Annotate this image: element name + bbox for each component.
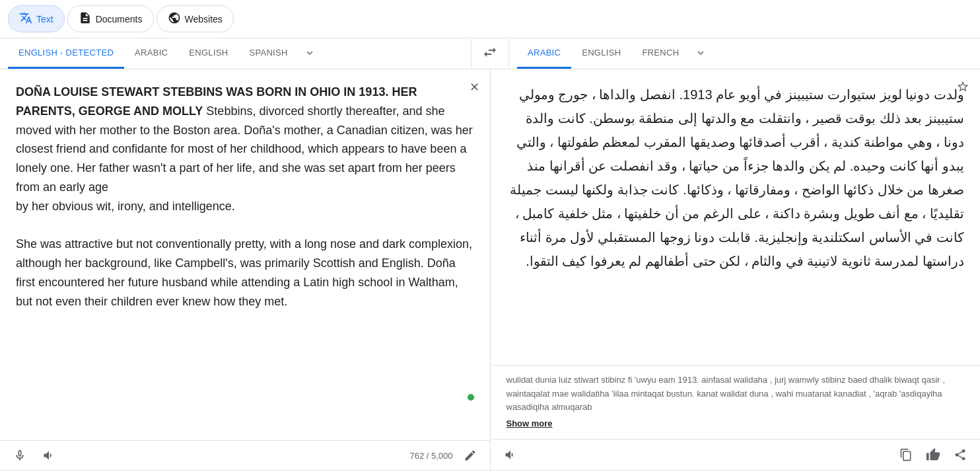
source-lang-section: ENGLISH - DETECTED ARABIC ENGLISH SPANIS… [0, 38, 471, 69]
left-pane-footer: 762 / 5,000 [0, 440, 490, 470]
right-footer-icons [897, 445, 969, 465]
rate-translation-btn[interactable] [923, 445, 943, 465]
websites-tab-label: Websites [185, 14, 223, 24]
share-translation-btn[interactable] [951, 446, 969, 464]
transliteration-text: wulidat dunia luiz stiwart stibinz fi 'u… [507, 375, 945, 413]
source-text-body: Stebbins, divorced shortly thereafter, a… [16, 104, 473, 308]
source-text-area[interactable]: DOÑA LOUISE STEWART STEBBINS WAS BORN IN… [0, 69, 490, 440]
language-bar: ENGLISH - DETECTED ARABIC ENGLISH SPANIS… [0, 38, 980, 69]
top-nav: Text Documents Websites [0, 0, 980, 38]
target-lang-tab-english[interactable]: ENGLISH [571, 38, 631, 69]
source-lang-tab-english-detected[interactable]: ENGLISH - DETECTED [8, 38, 124, 69]
documents-tab-btn[interactable]: Documents [67, 5, 154, 32]
documents-icon [79, 11, 92, 26]
listen-translation-btn[interactable] [501, 446, 520, 464]
left-footer-actions [11, 446, 58, 465]
left-pane: DOÑA LOUISE STEWART STEBBINS WAS BORN IN… [0, 69, 491, 470]
websites-icon [168, 11, 181, 26]
documents-tab-label: Documents [96, 14, 143, 24]
target-lang-tab-french[interactable]: FRENCH [631, 38, 689, 69]
microphone-btn[interactable] [11, 446, 29, 465]
source-lang-tab-spanish[interactable]: SPANISH [238, 38, 298, 69]
left-footer-right: 762 / 5,000 [409, 446, 479, 465]
copy-translation-btn[interactable] [897, 446, 915, 464]
source-lang-tab-english[interactable]: ENGLISH [178, 38, 238, 69]
show-more-btn[interactable]: Show more [507, 417, 553, 431]
transliteration-section: wulidat dunia luiz stiwart stibinz fi 'u… [491, 365, 981, 439]
target-lang-section: ARABIC ENGLISH FRENCH [509, 38, 980, 69]
listen-btn[interactable] [40, 446, 58, 465]
translated-text: ولدت دونيا لويز ستيوارت ستيبينز في أويو … [491, 69, 981, 286]
websites-tab-btn[interactable]: Websites [157, 5, 234, 32]
right-pane: ولدت دونيا لويز ستيوارت ستيبينز في أويو … [491, 69, 981, 470]
edit-btn[interactable] [461, 446, 479, 465]
target-lang-tab-arabic[interactable]: ARABIC [517, 38, 571, 69]
source-lang-more-btn[interactable] [298, 40, 321, 67]
target-lang-more-btn[interactable] [689, 40, 712, 67]
text-tab-btn[interactable]: Text [8, 5, 65, 32]
text-tab-label: Text [36, 14, 53, 24]
source-lang-tab-arabic[interactable]: ARABIC [124, 38, 178, 69]
main-content: DOÑA LOUISE STEWART STEBBINS WAS BORN IN… [0, 69, 980, 470]
clear-text-btn[interactable]: ✕ [470, 80, 479, 95]
right-pane-footer [491, 439, 981, 470]
char-count: 762 / 5,000 [409, 451, 452, 461]
translate-icon [19, 11, 32, 26]
swap-languages-btn[interactable] [471, 39, 509, 69]
source-text: DOÑA LOUISE STEWART STEBBINS WAS BORN IN… [16, 83, 474, 311]
recording-indicator [468, 394, 474, 401]
save-translation-btn[interactable] [956, 80, 969, 97]
